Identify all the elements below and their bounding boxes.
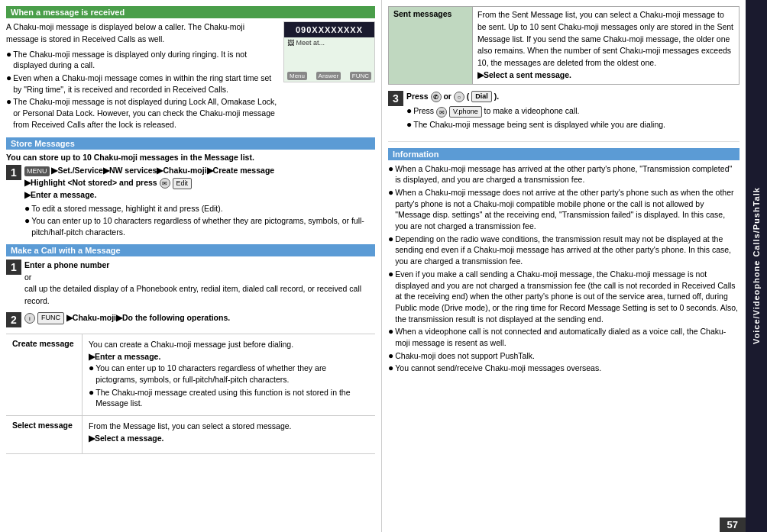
store-header: Store Messages [6,137,375,150]
received-text: A Chaku-moji message is displayed below … [6,21,277,131]
received-header: When a message is received [6,6,375,18]
make-step2-number: 2 [6,312,21,327]
create-message-value: You can create a Chaku-moji message just… [83,334,375,415]
store-section: Store Messages You can store up to 10 Ch… [6,137,375,238]
make-step2-block: 2 i FUNC ▶Chaku-moji▶Do the following op… [6,312,375,327]
info-bullet-7: ● You cannot send/receive Chaku-moji mes… [388,363,739,374]
select-message-label: Select message [6,416,83,453]
func-key: FUNC [37,312,64,324]
phone-screen: 🖼 Meet at... Menu Answer FUNC [284,37,374,82]
edit-key: Edit [173,178,193,190]
create-message-label: Create message [6,334,83,415]
bottom-table: Create message You can create a Chaku-mo… [6,334,375,454]
right-column: Sent messages From the Sent Message list… [382,0,746,532]
create-message-row: Create message You can create a Chaku-mo… [6,334,375,416]
info-section: Information ● When a Chaku-moji message … [388,148,739,374]
received-bullet-3: ● The Chaku-moji message is not displaye… [6,96,277,130]
received-bullet-2: ● Even when a Chaku-moji message comes i… [6,73,277,95]
sidebar: Voice/Videophone Calls/PushTalk [746,0,767,532]
select-message-value: From the Message list, you can select a … [83,416,375,453]
sent-messages-value: From the Sent Message list, you can sele… [473,7,739,85]
step3-bullet-2: ● The Chaku-moji message being sent is d… [406,119,739,131]
make-call-section: Make a Call with a Message 1 Enter a pho… [6,244,375,327]
select-message-row: Select message From the Message list, yo… [6,416,375,454]
received-section: When a message is received A Chaku-moji … [6,6,375,131]
step1-content: MENU ▶Set./Service▶NW services▶Chaku-moj… [24,165,375,201]
make-call-header: Make a Call with a Message [6,244,375,256]
make-step1-block: 1 Enter a phone number or call up the de… [6,260,375,308]
info-bullet-6: ● Chaku-moji does not support PushTalk. [388,350,739,362]
step1-bullet-2: ● You can enter up to 10 characters rega… [6,215,375,237]
phone-image: 090XXXXXXXX 🖼 Meet at... Menu Answer FUN… [283,21,375,82]
make-step2-content: i FUNC ▶Chaku-moji▶Do the following oper… [24,312,375,327]
left-column: When a message is received A Chaku-moji … [0,0,382,532]
create-bullet-2: ● The Chaku-moji message created using t… [89,387,369,409]
sent-messages-label: Sent messages [389,7,473,85]
phone-func-btn: FUNC [350,72,371,80]
info-bullet-2: ● When a Chaku-moji message does not arr… [388,187,739,232]
step1-block: 1 MENU ▶Set./Service▶NW services▶Chaku-m… [6,165,375,238]
received-bullet-1: ● The Chaku-moji message is displayed on… [6,49,277,71]
step1-bullet-1: ● To edit a stored message, highlight it… [6,203,375,214]
dial-circle-key: ○ [454,92,464,102]
dial-key: Dial [471,91,492,103]
edit-circle-key: ✉ [160,178,170,189]
sent-messages-table: Sent messages From the Sent Message list… [388,6,739,85]
sent-messages-row: Sent messages From the Sent Message list… [389,7,739,85]
store-intro: You can store up to 10 Chaku-moji messag… [6,153,375,162]
create-bullet-1: ● You can enter up to 10 characters rega… [89,363,369,385]
func-circle-key: i [24,313,35,324]
info-bullet-3: ● Depending on the radio wave conditions… [388,234,739,267]
phone-meet-text: 🖼 Meet at... [287,39,371,47]
step3-content: Press ✆ or ○ ( Dial ). ● Press [406,91,739,132]
info-bullet-5: ● When a videophone call is not connecte… [388,326,739,348]
make-step1-content: Enter a phone number or call up the deta… [24,260,375,308]
phone-number-display: 090XXXXXXXX [284,22,374,37]
vphone-label: V.phone [449,106,482,118]
phone-menu-btn: Menu [287,72,307,80]
step3-number: 3 [388,91,403,106]
info-bullet-4: ● Even if you make a call sending a Chak… [388,269,739,324]
menu-key: MENU [24,166,50,177]
vphone-key: ✉ [436,107,447,118]
step3-block: 3 Press ✆ or ○ ( Dial ). ● [388,91,739,142]
step1-number: 1 [6,165,21,180]
send-key: ✆ [431,92,442,102]
sidebar-text: Voice/Videophone Calls/PushTalk [752,188,761,345]
info-bullet-1: ● When a Chaku-moji message has arrived … [388,163,739,185]
step3-bullet-1: ● Press ✉ V.phone to make a videophone c… [406,105,739,118]
make-step1-number: 1 [6,260,21,275]
info-header: Information [388,148,739,160]
page-number: 57 [720,517,746,532]
phone-buttons: Menu Answer FUNC [287,72,371,80]
phone-answer-btn: Answer [316,72,341,80]
